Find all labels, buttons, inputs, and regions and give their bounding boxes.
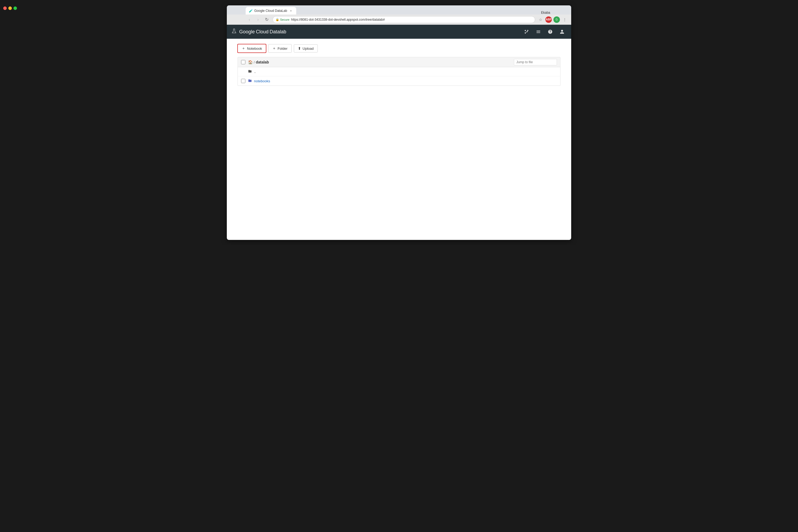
secure-label: Secure (280, 18, 290, 21)
logo-icon (231, 28, 237, 36)
folder-button[interactable]: ＋ Folder (268, 44, 292, 53)
active-tab[interactable]: 🧪 Google Cloud DataLab × (246, 7, 296, 15)
secure-badge: 🔒 Secure (276, 18, 290, 21)
notebook-label: Notebook (247, 46, 262, 51)
logo-google: Google (239, 29, 255, 35)
fork-icon-button[interactable] (522, 27, 531, 37)
app-header: Google Cloud Datalab (227, 25, 571, 39)
notebooks-folder-icon (248, 79, 252, 83)
logo-datalab: Datalab (270, 29, 286, 35)
chrome-menu-button[interactable]: ⋮ (561, 16, 568, 23)
user-name: Ekaba (541, 11, 552, 15)
upload-button[interactable]: ⬆ Upload (294, 44, 318, 53)
parent-dir-row: .. (238, 67, 560, 76)
upload-icon: ⬆ (298, 46, 301, 51)
select-all-checkbox[interactable] (241, 60, 245, 64)
new-tab-placeholder (296, 7, 307, 15)
address-bar[interactable]: 🔒 Secure (273, 16, 535, 23)
account-icon-button[interactable] (557, 27, 567, 37)
back-button[interactable]: ‹ (246, 16, 253, 23)
app-main: ＋ Notebook ＋ Folder ⬆ Upload � (227, 39, 571, 91)
file-browser: 🏠 / datalab .. (238, 57, 560, 86)
bookmark-button[interactable]: ☆ (537, 16, 544, 23)
browser-actions: ☆ ABP G ⋮ (537, 16, 568, 23)
help-icon-button[interactable] (545, 27, 555, 37)
tab-favicon: 🧪 (249, 9, 253, 13)
notebooks-folder-row: notebooks (238, 76, 560, 86)
logo-text: Google Cloud Datalab (239, 29, 286, 35)
parent-folder-icon (248, 70, 252, 74)
reload-button[interactable]: ↻ (263, 16, 271, 23)
folder-label: Folder (278, 46, 287, 51)
parent-dir-name: .. (254, 70, 256, 74)
breadcrumb-home-icon[interactable]: 🏠 (248, 60, 253, 64)
browser-titlebar: ‹ › ↻ 🔒 Secure ☆ ABP G ⋮ (227, 15, 571, 25)
breadcrumb-separator: / (254, 60, 255, 64)
toolbar: ＋ Notebook ＋ Folder ⬆ Upload (238, 44, 560, 53)
browser-window: 🧪 Google Cloud DataLab × Ekaba ‹ › ↻ 🔒 S… (227, 5, 571, 240)
breadcrumb: 🏠 / datalab (248, 60, 514, 64)
folder-plus-icon: ＋ (272, 46, 276, 51)
app-logo: Google Cloud Datalab (231, 28, 286, 36)
jump-to-file-container (514, 59, 557, 65)
extension-abp-button[interactable]: ABP (545, 16, 552, 23)
notebooks-folder-name[interactable]: notebooks (254, 79, 270, 83)
upload-label: Upload (303, 46, 314, 51)
notebook-button[interactable]: ＋ Notebook (238, 44, 266, 53)
breadcrumb-current: datalab (256, 60, 269, 64)
lock-icon: 🔒 (276, 18, 279, 21)
url-input[interactable] (291, 18, 532, 21)
logo-cloud: Cloud (256, 29, 268, 35)
tab-bar: 🧪 Google Cloud DataLab × Ekaba (227, 5, 571, 15)
header-icons (522, 27, 567, 37)
nav-buttons: ‹ › ↻ (246, 16, 271, 23)
tab-title: Google Cloud DataLab (254, 9, 287, 13)
extension-google-button[interactable]: G (553, 16, 560, 23)
file-browser-header: 🏠 / datalab (238, 57, 560, 67)
notebook-plus-icon: ＋ (242, 46, 245, 51)
jump-to-file-input[interactable] (514, 59, 557, 65)
app-window: Google Cloud Datalab (227, 25, 571, 240)
forward-button[interactable]: › (254, 16, 262, 23)
menu-lines-icon-button[interactable] (534, 27, 543, 37)
notebooks-checkbox[interactable] (241, 79, 245, 83)
tab-close-button[interactable]: × (289, 8, 293, 13)
